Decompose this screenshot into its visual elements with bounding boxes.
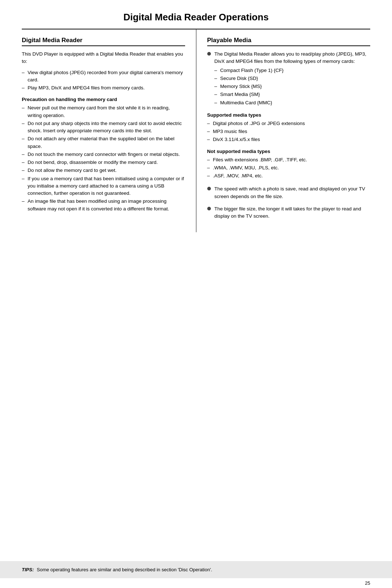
bullet-item: The bigger file size, the longer it will…	[207, 205, 371, 220]
bullet-dot	[207, 207, 211, 210]
tips-label: TIPS:	[22, 566, 34, 573]
list-item: If you use a memory card that has been i…	[22, 175, 185, 197]
precaution-title: Precaution on handling the memory card	[22, 97, 185, 102]
page-number: 25	[365, 580, 370, 586]
list-item: Do not bend, drop, disassemble or modify…	[22, 159, 185, 166]
list-item: Digital photos of .JPG or JPEG extension…	[207, 120, 371, 127]
left-intro-text: This DVD Player is equipped with a Digit…	[22, 51, 185, 65]
left-column: Digital Media Reader This DVD Player is …	[22, 29, 196, 232]
list-item: Never pull out the memory card from the …	[22, 104, 185, 119]
list-item: Do not touch the memory card connector w…	[22, 151, 185, 158]
page-title: Digital Media Reader Operations	[22, 0, 370, 29]
right-section-title: Playable Media	[207, 37, 371, 46]
bullet-item: The Digital Media Reader allows you to r…	[207, 51, 371, 107]
list-item: .WMA, .WMV, M3U, .PLS, etc.	[207, 164, 371, 172]
list-item: Play MP3, DivX and MPEG4 files from memo…	[22, 84, 185, 92]
list-item: Secure Disk {SD}	[215, 75, 371, 82]
list-item: An image file that has been modified usi…	[22, 198, 185, 213]
precaution-list: Never pull out the memory card from the …	[22, 104, 185, 213]
bullet-text: The Digital Media Reader allows you to r…	[215, 51, 367, 64]
bullet-content: The speed with which a photo is save, re…	[215, 185, 371, 200]
list-item: Memory Stick {MS}	[215, 83, 371, 90]
list-item: Files with extensions .BMP, .GIF, .TIFF,…	[207, 156, 371, 164]
list-item: Multimedia Card {MMC}	[215, 99, 371, 106]
list-item: Smart Media {SM}	[215, 91, 371, 98]
list-item: MP3 music files	[207, 128, 371, 135]
list-item: Compact Flash (Type 1) {CF}	[215, 67, 371, 74]
content-area: Digital Media Reader This DVD Player is …	[0, 29, 392, 232]
list-item: Do not attach any other material than th…	[22, 135, 185, 150]
left-intro-list: View digital photos (JPEG) recorded from…	[22, 69, 185, 92]
bullet-dot	[207, 187, 211, 190]
bullet-content: The Digital Media Reader allows you to r…	[215, 51, 371, 107]
memory-card-list: Compact Flash (Type 1) {CF} Secure Disk …	[215, 67, 371, 106]
supported-title: Supported media types	[207, 112, 371, 118]
playable-media-bullet-list: The Digital Media Reader allows you to r…	[207, 51, 371, 107]
list-item: .ASF, .MOV, .MP4, etc.	[207, 172, 371, 180]
supported-list: Digital photos of .JPG or JPEG extension…	[207, 120, 371, 144]
left-section-title: Digital Media Reader	[22, 37, 185, 46]
tips-text: Some operating features are similar and …	[37, 566, 212, 573]
page-container: Digital Media Reader Operations Digital …	[0, 0, 392, 588]
not-supported-list: Files with extensions .BMP, .GIF, .TIFF,…	[207, 156, 371, 180]
not-supported-title: Not supported media types	[207, 149, 371, 154]
extra-bullets: The speed with which a photo is save, re…	[207, 185, 371, 220]
list-item: View digital photos (JPEG) recorded from…	[22, 69, 185, 84]
bullet-dot	[207, 52, 211, 56]
bullet-item: The speed with which a photo is save, re…	[207, 185, 371, 200]
bullet-content: The bigger file size, the longer it will…	[215, 205, 371, 220]
page-number-row: 25	[0, 578, 392, 588]
bullet-text: The bigger file size, the longer it will…	[215, 206, 361, 219]
list-item: Do not allow the memory card to get wet.	[22, 167, 185, 174]
list-item: DivX 3.11/4.x/5.x files	[207, 136, 371, 143]
bottom-bar: TIPS: Some operating features are simila…	[0, 561, 392, 588]
bullet-text: The speed with which a photo is save, re…	[215, 186, 366, 199]
tips-bar: TIPS: Some operating features are simila…	[0, 561, 392, 579]
right-column: Playable Media The Digital Media Reader …	[196, 29, 371, 232]
list-item: Do not put any sharp objects into the me…	[22, 120, 185, 135]
